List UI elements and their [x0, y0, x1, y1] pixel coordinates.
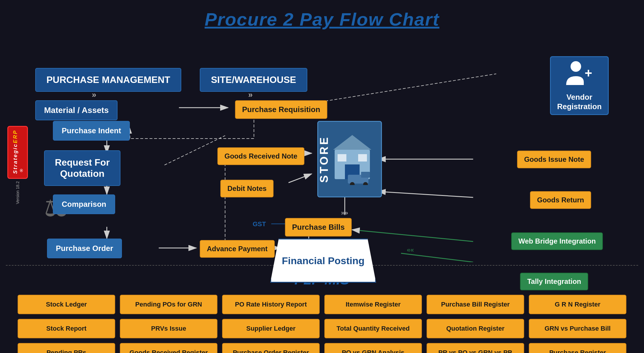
logo-text: StrategicERP	[12, 130, 19, 174]
rfq-box[interactable]: Request ForQuotation	[44, 150, 120, 186]
mis-grn-register[interactable]: G R N Register	[529, 295, 626, 314]
flowchart-area: » » » »	[6, 39, 638, 262]
warehouse-icon	[332, 132, 381, 186]
mis-grid: Stock Ledger Stock Report Pending PRs Pe…	[6, 295, 638, 353]
purchase-indent-box[interactable]: Purchase Indent	[53, 121, 130, 141]
mis-goods-received-register[interactable]: Goods Received Register	[120, 343, 217, 353]
purchase-bills-box[interactable]: Purchase Bills	[285, 218, 352, 237]
version-text: Version 18.2	[15, 181, 20, 204]
mis-col-4: Itemwise Register Total Quantity Receive…	[324, 295, 422, 353]
svg-marker-36	[333, 135, 371, 150]
mis-po-rate-history[interactable]: PO Rate History Report	[222, 295, 320, 314]
logo-box: StrategicERP ®	[7, 126, 28, 179]
mis-quotation-register[interactable]: Quotation Register	[427, 319, 524, 338]
tally-integration-box[interactable]: Tally Integration	[520, 273, 588, 290]
web-bridge-integration-box[interactable]: Web Bridge Integration	[511, 232, 603, 250]
main-container: Procure 2 Pay Flow Chart	[0, 0, 644, 353]
goods-return-box[interactable]: Goods Return	[530, 191, 591, 209]
svg-rect-39	[358, 154, 367, 161]
financial-posting-box[interactable]: Financial Posting	[270, 239, 376, 283]
mis-col-3: PO Rate History Report Supplier Ledger P…	[222, 295, 320, 353]
mis-purchase-bill-register[interactable]: Purchase Bill Register	[427, 295, 524, 314]
mis-stock-report[interactable]: Stock Report	[18, 319, 115, 338]
material-assets-box[interactable]: Material / Assets	[35, 100, 118, 120]
vendor-registration-box[interactable]: + Vendor Registration	[550, 56, 609, 115]
svg-line-20	[289, 174, 312, 183]
mis-prvs-issue[interactable]: PRVs Issue	[120, 319, 217, 338]
svg-rect-41	[361, 172, 370, 178]
svg-line-27	[401, 253, 473, 262]
financial-posting-container: Financial Posting	[270, 239, 376, 283]
site-warehouse-header: SITE/WAREHOUSE	[200, 68, 307, 92]
mis-itemwise-register[interactable]: Itemwise Register	[324, 295, 422, 314]
mis-col-6: G R N Register GRN vs Purchase Bill Purc…	[529, 295, 626, 353]
debit-notes-box[interactable]: Debit Notes	[220, 180, 274, 197]
svg-text:+: +	[585, 66, 592, 80]
mis-stock-ledger[interactable]: Stock Ledger	[18, 295, 115, 314]
mis-total-quantity-received[interactable]: Total Quantity Received	[324, 319, 422, 338]
page-title: Procure 2 Pay Flow Chart	[204, 9, 439, 29]
mis-po-vs-grn[interactable]: PO vs GRN Analysis	[324, 343, 422, 353]
svg-rect-38	[338, 154, 346, 161]
logo-area: StrategicERP ® Version 18.2	[6, 97, 29, 233]
purchase-requisition-box[interactable]: Purchase Requisition	[235, 100, 327, 119]
mis-pending-prs[interactable]: Pending PRs	[18, 343, 115, 353]
comparison-box[interactable]: Comparison	[53, 194, 115, 214]
svg-line-25	[378, 192, 473, 197]
svg-line-21	[312, 74, 496, 103]
mis-grn-vs-purchase-bill[interactable]: GRN vs Purchase Bill	[529, 319, 626, 338]
store-letters: STORE	[318, 136, 331, 183]
logo-registered: ®	[20, 168, 23, 173]
goods-received-note-box[interactable]: Goods Received Note	[217, 147, 304, 165]
vendor-icon: +	[565, 60, 594, 90]
vendor-registration-label: Vendor Registration	[557, 93, 602, 111]
purchase-order-box[interactable]: Purchase Order	[47, 239, 122, 258]
title-area: Procure 2 Pay Flow Chart	[6, 9, 638, 30]
store-box: STORE	[317, 121, 382, 197]
mis-pr-po-grn-pb[interactable]: PR vs PO vs GRN vs PB	[427, 343, 524, 353]
mis-col-1: Stock Ledger Stock Report Pending PRs	[18, 295, 115, 353]
goods-issue-note-box[interactable]: Goods Issue Note	[517, 151, 591, 168]
gst-label: GST	[253, 220, 266, 228]
svg-text:»»: »»	[341, 209, 348, 217]
mis-pending-pos-grn[interactable]: Pending POs for GRN	[120, 295, 217, 314]
mis-purchase-register[interactable]: Purchase Register	[529, 343, 626, 353]
mis-col-2: Pending POs for GRN PRVs Issue Goods Rec…	[120, 295, 217, 353]
svg-text:««: ««	[407, 246, 414, 254]
mis-supplier-ledger[interactable]: Supplier Ledger	[222, 319, 320, 338]
mis-po-register[interactable]: Purchase Order Register	[222, 343, 320, 353]
svg-point-33	[571, 61, 581, 72]
advance-payment-box[interactable]: Advance Payment	[200, 240, 275, 258]
purchase-management-header: PURCHASE MANAGEMENT	[35, 68, 181, 92]
svg-line-14	[165, 136, 225, 165]
mis-col-5: Purchase Bill Register Quotation Registe…	[427, 295, 524, 353]
